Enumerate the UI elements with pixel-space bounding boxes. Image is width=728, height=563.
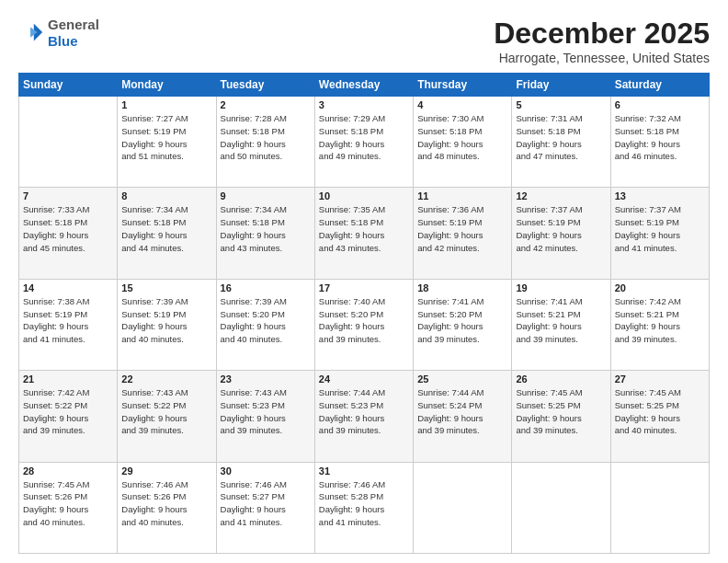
day-cell-4-5: 25Sunrise: 7:44 AM Sunset: 5:24 PM Dayli…: [414, 371, 512, 462]
day-info-text: Sunrise: 7:41 AM Sunset: 5:20 PM Dayligh…: [417, 295, 507, 346]
day-cell-4-4: 24Sunrise: 7:44 AM Sunset: 5:23 PM Dayli…: [314, 371, 413, 462]
day-number: 17: [319, 282, 409, 293]
day-cell-3-7: 20Sunrise: 7:42 AM Sunset: 5:21 PM Dayli…: [610, 279, 709, 370]
header-friday: Friday: [512, 74, 610, 97]
day-number: 19: [516, 282, 606, 293]
day-info-text: Sunrise: 7:45 AM Sunset: 5:25 PM Dayligh…: [516, 386, 606, 437]
calendar-table: Sunday Monday Tuesday Wednesday Thursday…: [18, 73, 710, 554]
logo-text: General Blue: [48, 17, 99, 50]
logo-blue-text: Blue: [48, 33, 99, 50]
day-cell-1-4: 3Sunrise: 7:29 AM Sunset: 5:18 PM Daylig…: [314, 97, 413, 188]
location-subtitle: Harrogate, Tennessee, United States: [494, 51, 710, 65]
day-cell-3-6: 19Sunrise: 7:41 AM Sunset: 5:21 PM Dayli…: [512, 279, 610, 370]
day-info-text: Sunrise: 7:46 AM Sunset: 5:28 PM Dayligh…: [319, 478, 409, 529]
calendar-header-row: Sunday Monday Tuesday Wednesday Thursday…: [19, 74, 710, 97]
week-row-3: 14Sunrise: 7:38 AM Sunset: 5:19 PM Dayli…: [19, 279, 710, 370]
day-info-text: Sunrise: 7:43 AM Sunset: 5:22 PM Dayligh…: [121, 386, 211, 437]
day-cell-2-6: 12Sunrise: 7:37 AM Sunset: 5:19 PM Dayli…: [512, 188, 610, 279]
day-info-text: Sunrise: 7:42 AM Sunset: 5:22 PM Dayligh…: [23, 386, 113, 437]
day-number: 14: [23, 282, 113, 293]
day-info-text: Sunrise: 7:34 AM Sunset: 5:18 PM Dayligh…: [121, 203, 211, 254]
day-cell-3-4: 17Sunrise: 7:40 AM Sunset: 5:20 PM Dayli…: [314, 279, 413, 370]
day-number: 25: [417, 373, 507, 385]
header: General Blue December 2025 Harrogate, Te…: [18, 17, 710, 65]
day-info-text: Sunrise: 7:40 AM Sunset: 5:20 PM Dayligh…: [319, 295, 409, 346]
header-thursday: Thursday: [414, 74, 512, 97]
header-sunday: Sunday: [19, 74, 118, 97]
day-cell-3-3: 16Sunrise: 7:39 AM Sunset: 5:20 PM Dayli…: [216, 279, 314, 370]
day-info-text: Sunrise: 7:34 AM Sunset: 5:18 PM Dayligh…: [221, 203, 311, 254]
day-info-text: Sunrise: 7:36 AM Sunset: 5:19 PM Dayligh…: [417, 203, 507, 254]
day-number: 27: [615, 373, 705, 385]
day-number: 21: [23, 373, 113, 385]
day-info-text: Sunrise: 7:29 AM Sunset: 5:18 PM Dayligh…: [319, 112, 409, 163]
day-cell-4-1: 21Sunrise: 7:42 AM Sunset: 5:22 PM Dayli…: [19, 371, 118, 462]
day-cell-1-5: 4Sunrise: 7:30 AM Sunset: 5:18 PM Daylig…: [414, 97, 512, 188]
day-info-text: Sunrise: 7:28 AM Sunset: 5:18 PM Dayligh…: [221, 112, 311, 163]
day-cell-5-6: [512, 462, 610, 553]
header-wednesday: Wednesday: [314, 74, 413, 97]
day-cell-1-2: 1Sunrise: 7:27 AM Sunset: 5:19 PM Daylig…: [118, 97, 216, 188]
day-cell-5-7: [610, 462, 709, 553]
day-info-text: Sunrise: 7:46 AM Sunset: 5:26 PM Dayligh…: [121, 478, 211, 529]
day-info-text: Sunrise: 7:37 AM Sunset: 5:19 PM Dayligh…: [615, 203, 705, 254]
day-info-text: Sunrise: 7:33 AM Sunset: 5:18 PM Dayligh…: [23, 203, 113, 254]
day-cell-2-7: 13Sunrise: 7:37 AM Sunset: 5:19 PM Dayli…: [610, 188, 709, 279]
day-cell-4-7: 27Sunrise: 7:45 AM Sunset: 5:25 PM Dayli…: [610, 371, 709, 462]
day-cell-1-7: 6Sunrise: 7:32 AM Sunset: 5:18 PM Daylig…: [610, 97, 709, 188]
day-info-text: Sunrise: 7:35 AM Sunset: 5:18 PM Dayligh…: [319, 203, 409, 254]
day-info-text: Sunrise: 7:44 AM Sunset: 5:24 PM Dayligh…: [417, 386, 507, 437]
day-cell-2-2: 8Sunrise: 7:34 AM Sunset: 5:18 PM Daylig…: [118, 188, 216, 279]
day-info-text: Sunrise: 7:42 AM Sunset: 5:21 PM Dayligh…: [615, 295, 705, 346]
day-number: 4: [417, 99, 507, 110]
day-info-text: Sunrise: 7:39 AM Sunset: 5:20 PM Dayligh…: [221, 295, 311, 346]
day-number: 8: [121, 190, 211, 201]
day-number: 18: [417, 282, 507, 293]
header-tuesday: Tuesday: [216, 74, 314, 97]
day-number: 1: [121, 99, 211, 110]
day-info-text: Sunrise: 7:30 AM Sunset: 5:18 PM Dayligh…: [417, 112, 507, 163]
logo-icon: [18, 20, 44, 46]
day-info-text: Sunrise: 7:31 AM Sunset: 5:18 PM Dayligh…: [516, 112, 606, 163]
day-number: 23: [221, 373, 311, 385]
day-number: 20: [615, 282, 705, 293]
week-row-4: 21Sunrise: 7:42 AM Sunset: 5:22 PM Dayli…: [19, 371, 710, 462]
day-number: 3: [319, 99, 409, 110]
day-number: 30: [221, 465, 311, 477]
day-number: 22: [121, 373, 211, 385]
page: General Blue December 2025 Harrogate, Te…: [0, 0, 728, 563]
day-cell-4-3: 23Sunrise: 7:43 AM Sunset: 5:23 PM Dayli…: [216, 371, 314, 462]
day-number: 31: [319, 465, 409, 477]
week-row-1: 1Sunrise: 7:27 AM Sunset: 5:19 PM Daylig…: [19, 97, 710, 188]
logo-general-text: General: [48, 17, 99, 33]
day-number: 29: [121, 465, 211, 477]
day-info-text: Sunrise: 7:45 AM Sunset: 5:25 PM Dayligh…: [615, 386, 705, 437]
day-number: 11: [417, 190, 507, 201]
day-cell-2-1: 7Sunrise: 7:33 AM Sunset: 5:18 PM Daylig…: [19, 188, 118, 279]
day-cell-2-4: 10Sunrise: 7:35 AM Sunset: 5:18 PM Dayli…: [314, 188, 413, 279]
day-number: 15: [121, 282, 211, 293]
day-cell-5-5: [414, 462, 512, 553]
day-number: 2: [221, 99, 311, 110]
day-cell-5-3: 30Sunrise: 7:46 AM Sunset: 5:27 PM Dayli…: [216, 462, 314, 553]
day-info-text: Sunrise: 7:27 AM Sunset: 5:19 PM Dayligh…: [121, 112, 211, 163]
day-number: 7: [23, 190, 113, 201]
day-info-text: Sunrise: 7:46 AM Sunset: 5:27 PM Dayligh…: [221, 478, 311, 529]
day-info-text: Sunrise: 7:43 AM Sunset: 5:23 PM Dayligh…: [221, 386, 311, 437]
day-info-text: Sunrise: 7:39 AM Sunset: 5:19 PM Dayligh…: [121, 295, 211, 346]
header-monday: Monday: [118, 74, 216, 97]
header-saturday: Saturday: [610, 74, 709, 97]
day-info-text: Sunrise: 7:37 AM Sunset: 5:19 PM Dayligh…: [516, 203, 606, 254]
day-number: 26: [516, 373, 606, 385]
day-cell-2-5: 11Sunrise: 7:36 AM Sunset: 5:19 PM Dayli…: [414, 188, 512, 279]
day-cell-3-1: 14Sunrise: 7:38 AM Sunset: 5:19 PM Dayli…: [19, 279, 118, 370]
week-row-2: 7Sunrise: 7:33 AM Sunset: 5:18 PM Daylig…: [19, 188, 710, 279]
day-number: 28: [23, 465, 113, 477]
day-info-text: Sunrise: 7:41 AM Sunset: 5:21 PM Dayligh…: [516, 295, 606, 346]
day-cell-3-2: 15Sunrise: 7:39 AM Sunset: 5:19 PM Dayli…: [118, 279, 216, 370]
day-number: 12: [516, 190, 606, 201]
day-info-text: Sunrise: 7:32 AM Sunset: 5:18 PM Dayligh…: [615, 112, 705, 163]
day-cell-4-6: 26Sunrise: 7:45 AM Sunset: 5:25 PM Dayli…: [512, 371, 610, 462]
day-number: 13: [615, 190, 705, 201]
day-cell-5-1: 28Sunrise: 7:45 AM Sunset: 5:26 PM Dayli…: [19, 462, 118, 553]
